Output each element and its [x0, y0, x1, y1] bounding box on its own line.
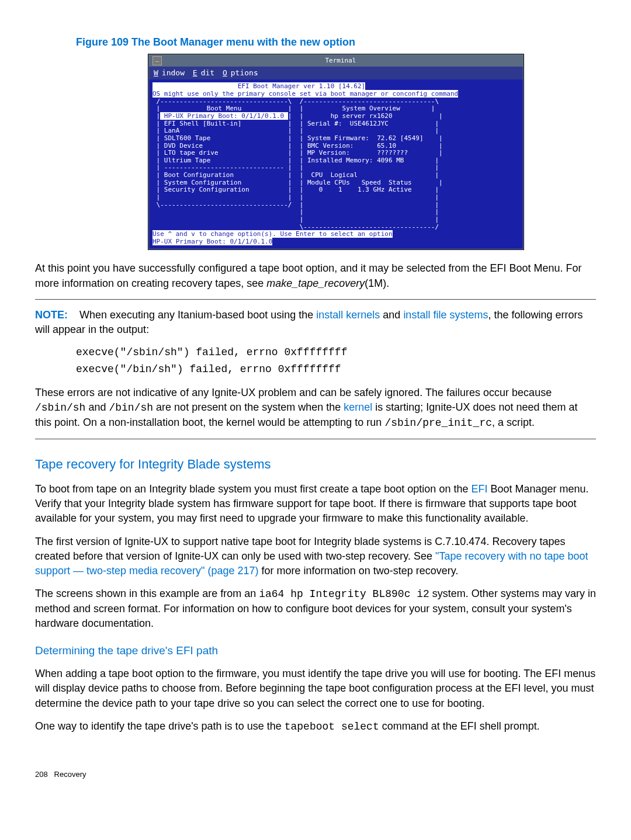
heading-tape-recovery: Tape recovery for Integrity Blade system…	[35, 456, 596, 474]
paragraph-screens: The screens shown in this example are fr…	[35, 586, 596, 631]
menu-options[interactable]: ptions	[231, 68, 258, 77]
footer-section: Recovery	[54, 770, 86, 779]
p1c: (1M).	[365, 277, 389, 289]
terminal-window: — Terminal Window Edit Options EFI Boot …	[148, 54, 523, 249]
sys-line-10: 0 1 1.3 GHz Active	[303, 186, 411, 193]
menu-edit-u[interactable]: E	[193, 68, 197, 77]
paragraph-errors: These errors are not indicative of any I…	[35, 386, 596, 431]
boot-item-lana[interactable]: LanA	[160, 127, 179, 134]
menu-edit[interactable]: dit	[201, 68, 219, 77]
figure-wrap: — Terminal Window Edit Options EFI Boot …	[76, 54, 596, 249]
boot-menu-label: Boot Menu	[160, 105, 288, 112]
sec-cfg[interactable]: Security Configuration	[160, 186, 249, 193]
sys-line-4: BMC Version: 65.10	[303, 142, 396, 150]
error-output-2: execve("/bin/sh") failed, errno 0xffffff…	[76, 362, 596, 377]
note-text-b: and	[380, 309, 403, 321]
paragraph-blade-intro: To boot from tape on an Integrity blade …	[35, 482, 596, 526]
p4b: for more information on two-step recover…	[259, 565, 459, 577]
terminal-min-icon[interactable]: —	[152, 56, 162, 65]
sys-cfg[interactable]: System Configuration	[160, 179, 241, 186]
banner-line-1: EFI Boot Manager ver 1.10 [14.62]	[152, 82, 365, 90]
p2b: and	[85, 401, 109, 413]
figure-caption: Figure 109 The Boot Manager menu with th…	[76, 35, 596, 50]
path-bin-sh: /bin/sh	[109, 402, 153, 414]
p3a: To boot from tape on an Integrity blade …	[35, 483, 471, 495]
hint-line-1: Use ^ and v to change option(s). Use Ent…	[152, 230, 393, 238]
page-number: 208	[35, 770, 48, 779]
note-label: NOTE:	[35, 309, 68, 321]
sys-line-9: Module CPUs Speed Status	[303, 179, 411, 186]
cmd-tapeboot-select: tapeboot select	[285, 721, 379, 733]
divider-top	[35, 299, 596, 300]
p7b: command at the EFI shell prompt.	[379, 720, 540, 732]
sys-line-6: Installed Memory: 4096 MB	[303, 157, 404, 164]
menu-window-u[interactable]: W	[154, 68, 158, 77]
hint-line-2: HP-UX Primary Boot: 0/1/1/0.1.0	[152, 238, 272, 245]
note-text-a: When executing any Itanium-based boot us…	[79, 309, 316, 321]
paragraph-tapeboot: One way to identify the tape drive's pat…	[35, 719, 596, 734]
boot-item-selected[interactable]: HP-UX Primary Boot: 0/1/1/0.1.0	[160, 112, 288, 120]
link-install-kernels[interactable]: install kernels	[316, 309, 380, 321]
menu-options-u[interactable]: O	[223, 68, 227, 77]
link-kernel[interactable]: kernel	[344, 401, 372, 413]
boot-item-efi[interactable]: EFI Shell [Built-in]	[160, 120, 241, 127]
heading-efi-path: Determining the tape drive's EFI path	[35, 643, 596, 659]
boot-item-sdlt[interactable]: SDLT600 Tape	[160, 134, 210, 142]
sys-line-0: hp server rx1620	[303, 112, 392, 120]
sys-line-3: System Firmware: 72.62 [4549]	[303, 134, 423, 142]
boot-item-ultrium[interactable]: Ultrium Tape	[160, 157, 210, 164]
page-footer: 208 Recovery	[35, 769, 596, 780]
error-output-1: execve("/sbin/sh") failed, errno 0xfffff…	[76, 345, 596, 360]
sys-line-8: CPU Logical	[303, 171, 358, 179]
link-efi[interactable]: EFI	[471, 483, 487, 495]
document-page: Figure 109 The Boot Manager menu with th…	[0, 0, 631, 803]
terminal-titlebar: — Terminal	[149, 55, 523, 67]
link-install-file-systems[interactable]: install file systems	[403, 309, 488, 321]
sys-overview-title: System Overview	[303, 105, 400, 112]
divider-bottom	[35, 439, 596, 439]
paragraph-success: At this point you have successfully conf…	[35, 261, 596, 290]
boot-item-dvd[interactable]: DVD Device	[160, 142, 203, 150]
menu-window[interactable]: indow	[162, 68, 189, 77]
p7a: One way to identify the tape drive's pat…	[35, 720, 285, 732]
system-model: ia64 hp Integrity BL890c i2	[259, 588, 429, 600]
boot-item-lto[interactable]: LTO tape drive	[160, 149, 218, 157]
note-block: NOTE: When executing any Itanium-based b…	[35, 308, 596, 337]
p2c: are not present on the system when the	[153, 401, 344, 413]
p2e: , a script.	[492, 416, 535, 428]
boot-cfg[interactable]: Boot Configuration	[160, 171, 234, 179]
paragraph-version: The first version of Ignite-UX to suppor…	[35, 534, 596, 579]
p2a: These errors are not indicative of any I…	[35, 387, 552, 398]
sys-line-1: Serial #: USE4612JYC	[303, 120, 389, 127]
terminal-body: EFI Boot Manager ver 1.10 [14.62] OS mig…	[149, 79, 523, 249]
paragraph-identify: When adding a tape boot option to the fi…	[35, 667, 596, 711]
terminal-title: Terminal	[162, 56, 519, 65]
manpage-ref: make_tape_recovery	[266, 277, 365, 289]
terminal-menubar[interactable]: Window Edit Options	[149, 67, 523, 79]
path-pre-init-rc: /sbin/pre_init_rc	[384, 417, 492, 429]
sys-line-5: MP Version: ????????	[303, 149, 408, 157]
p5a: The screens shown in this example are fr…	[35, 588, 259, 599]
banner-line-2: OS might use only the primary console se…	[152, 90, 458, 98]
path-sbin-sh: /sbin/sh	[35, 402, 85, 414]
